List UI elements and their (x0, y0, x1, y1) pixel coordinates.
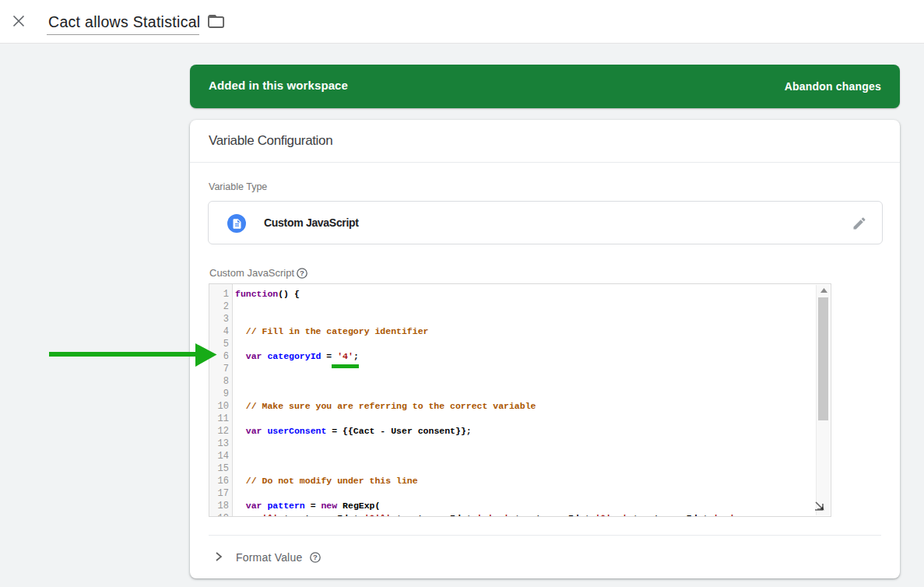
svg-text:?: ? (313, 553, 318, 561)
svg-text:?: ? (300, 269, 304, 277)
